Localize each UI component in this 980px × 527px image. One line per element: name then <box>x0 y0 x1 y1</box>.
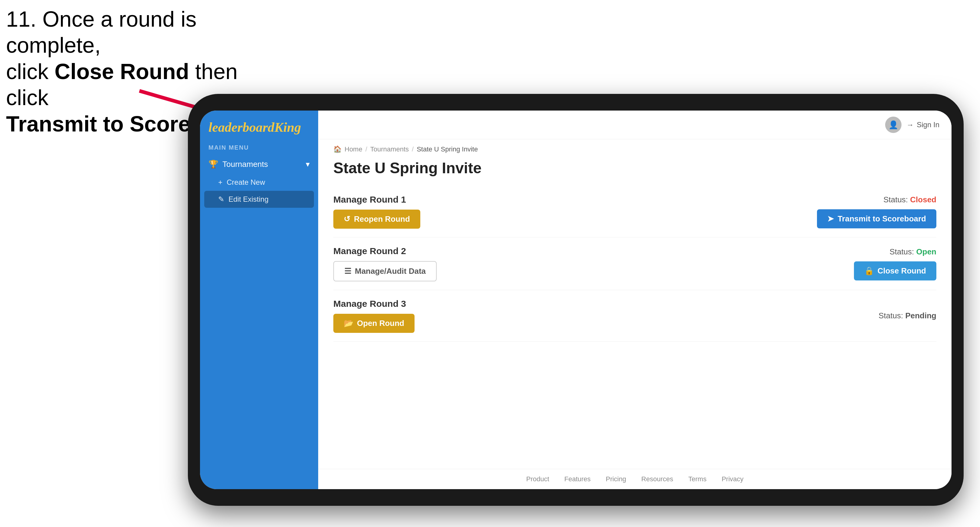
footer-terms[interactable]: Terms <box>689 475 707 483</box>
rounds-container: Manage Round 1 ↺ Reopen Round Status: Cl… <box>318 186 951 469</box>
round-row-1: Manage Round 1 ↺ Reopen Round Status: Cl… <box>333 186 936 237</box>
breadcrumb-sep2: / <box>412 145 414 153</box>
round-1-status: Status: Closed <box>883 195 936 205</box>
sidebar-logo: leaderboardKing <box>200 120 318 144</box>
page-title: State U Spring Invite <box>318 156 951 186</box>
breadcrumb-current: State U Spring Invite <box>417 145 478 153</box>
tablet-shell: leaderboardKing MAIN MENU 🏆 Tournaments … <box>188 94 964 506</box>
instruction-line1: 11. Once a round is complete, <box>6 7 196 57</box>
round-2-status-label: Status: <box>889 247 914 256</box>
app-footer: Product Features Pricing Resources Terms… <box>318 469 951 489</box>
tablet-screen: leaderboardKing MAIN MENU 🏆 Tournaments … <box>200 111 951 489</box>
plus-icon: + <box>218 178 223 187</box>
app-container: leaderboardKing MAIN MENU 🏆 Tournaments … <box>200 111 951 489</box>
round-1-left: Manage Round 1 ↺ Reopen Round <box>333 194 420 229</box>
footer-resources[interactable]: Resources <box>641 475 673 483</box>
round-row-2: Manage Round 2 ☰ Manage/Audit Data Statu… <box>333 237 936 290</box>
close-round-label: Close Round <box>878 266 926 276</box>
top-bar: 👤 → Sign In <box>318 111 951 139</box>
audit-icon: ☰ <box>344 267 351 276</box>
round-2-status: Status: Open <box>889 247 936 257</box>
chevron-down-icon: ▾ <box>306 160 310 169</box>
footer-pricing[interactable]: Pricing <box>606 475 626 483</box>
transmit-scoreboard-button[interactable]: ➤ Transmit to Scoreboard <box>817 209 936 229</box>
instruction-line2: click <box>6 59 54 84</box>
close-round-button[interactable]: 🔒 Close Round <box>854 261 936 281</box>
round-1-status-label: Status: <box>883 195 908 204</box>
round-1-status-value: Closed <box>910 195 936 204</box>
trophy-icon: 🏆 <box>208 160 218 169</box>
footer-features[interactable]: Features <box>564 475 590 483</box>
round-1-title: Manage Round 1 <box>333 194 420 205</box>
breadcrumb-home[interactable]: Home <box>345 145 363 153</box>
user-icon: 👤 <box>888 120 898 130</box>
logo: leaderboardKing <box>208 120 310 135</box>
avatar: 👤 <box>885 117 902 133</box>
round-2-status-value: Open <box>916 247 936 256</box>
sidebar-item-create-new[interactable]: + Create New <box>200 174 318 191</box>
signin-arrow-icon: → <box>906 121 914 129</box>
transmit-scoreboard-label: Transmit to Scoreboard <box>838 214 926 224</box>
logo-part1: leaderboard <box>208 120 275 135</box>
round-3-status: Status: Pending <box>878 311 936 321</box>
sidebar-item-edit-existing[interactable]: ✎ Edit Existing <box>204 191 314 208</box>
lock-icon: 🔒 <box>864 266 874 276</box>
edit-icon: ✎ <box>218 195 224 203</box>
reopen-round-button[interactable]: ↺ Reopen Round <box>333 210 420 229</box>
breadcrumb-sep1: / <box>366 145 367 153</box>
breadcrumb-tournaments[interactable]: Tournaments <box>370 145 409 153</box>
round-2-right: Status: Open 🔒 Close Round <box>854 247 936 281</box>
manage-audit-button[interactable]: ☰ Manage/Audit Data <box>333 261 437 281</box>
round-row-3: Manage Round 3 📂 Open Round Status: Pend… <box>333 290 936 342</box>
manage-audit-label: Manage/Audit Data <box>355 267 426 276</box>
signin-label: Sign In <box>917 121 939 129</box>
reopen-round-label: Reopen Round <box>354 214 410 224</box>
open-icon: 📂 <box>344 319 353 328</box>
round-3-title: Manage Round 3 <box>333 298 415 309</box>
round-3-status-value: Pending <box>905 311 936 320</box>
logo-part2: King <box>275 120 301 135</box>
open-round-label: Open Round <box>357 319 404 328</box>
sidebar-item-tournaments[interactable]: 🏆 Tournaments ▾ <box>200 155 318 174</box>
transmit-icon: ➤ <box>827 214 834 224</box>
edit-existing-label: Edit Existing <box>229 195 269 203</box>
reopen-icon: ↺ <box>344 214 350 224</box>
signin-button[interactable]: → Sign In <box>906 121 939 129</box>
round-2-title: Manage Round 2 <box>333 246 437 256</box>
home-icon: 🏠 <box>333 145 342 153</box>
round-3-right: Status: Pending <box>878 311 936 321</box>
create-new-label: Create New <box>227 178 265 187</box>
sidebar: leaderboardKing MAIN MENU 🏆 Tournaments … <box>200 111 318 489</box>
round-3-status-label: Status: <box>878 311 903 320</box>
main-content: 👤 → Sign In 🏠 Home / Tournaments / State… <box>318 111 951 489</box>
instruction-bold1: Close Round <box>54 59 189 84</box>
menu-label: MAIN MENU <box>200 144 318 155</box>
sidebar-tournaments-label: Tournaments <box>223 160 268 169</box>
round-1-right: Status: Closed ➤ Transmit to Scoreboard <box>817 195 936 229</box>
footer-privacy[interactable]: Privacy <box>722 475 743 483</box>
breadcrumb: 🏠 Home / Tournaments / State U Spring In… <box>318 139 951 156</box>
open-round-button[interactable]: 📂 Open Round <box>333 314 415 333</box>
round-3-left: Manage Round 3 📂 Open Round <box>333 298 415 333</box>
footer-product[interactable]: Product <box>526 475 549 483</box>
round-2-left: Manage Round 2 ☰ Manage/Audit Data <box>333 246 437 281</box>
